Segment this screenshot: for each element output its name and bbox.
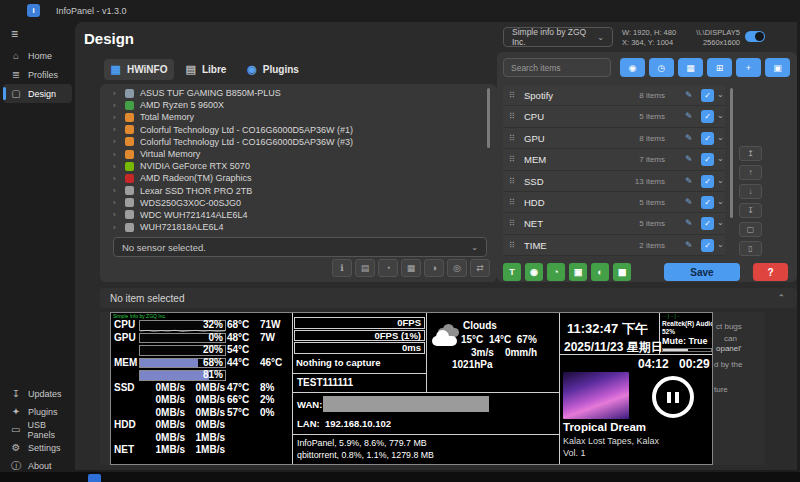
tree-row[interactable]: ›AMD Ryzen 5 9600X — [100, 99, 497, 111]
menu-icon[interactable]: ≡ — [11, 27, 18, 41]
chevron-down-icon[interactable]: ⌄ — [717, 133, 724, 142]
chevron-right-icon[interactable]: › — [113, 210, 119, 219]
move-down-button[interactable]: ↓ — [739, 184, 762, 199]
tree-scrollbar[interactable] — [487, 88, 490, 148]
chevron-down-icon[interactable]: ⌄ — [717, 90, 724, 99]
add-panel-button[interactable]: ⊞ — [707, 58, 732, 77]
drag-handle-icon[interactable]: ⠿ — [509, 177, 515, 186]
group-row-mem[interactable]: ⠿ MEM 7 items ✎ ✓ ⌄ — [503, 149, 725, 170]
tree-row[interactable]: ›Colorful Technology Ltd - CO16G6000D5AP… — [100, 124, 497, 136]
selection-bar[interactable]: No item selected ⌃ — [100, 288, 797, 308]
edit-icon[interactable]: ✎ — [685, 218, 693, 228]
chevron-right-icon[interactable]: › — [113, 137, 119, 146]
group-checkbox[interactable]: ✓ — [701, 175, 714, 188]
group-checkbox[interactable]: ✓ — [701, 153, 714, 166]
add-gauge-button[interactable]: ◔ — [547, 263, 565, 281]
panel-preview[interactable]: Simple Info by ZGQ Inc. CPU 32% 68°C 71W… — [110, 312, 713, 465]
add-table-button[interactable]: ▦ — [613, 263, 631, 281]
help-button[interactable]: ? — [753, 263, 788, 281]
edit-icon[interactable]: ✎ — [685, 133, 693, 143]
chevron-right-icon[interactable]: › — [113, 223, 119, 232]
sidebar-item-settings[interactable]: ⚙ Settings — [3, 438, 72, 457]
group-row-net[interactable]: ⠿ NET 5 items ✎ ✓ ⌄ — [503, 213, 725, 234]
profile-select[interactable]: Simple info by ZGQ Inc. ⌄ — [503, 27, 613, 47]
history-button[interactable]: ◷ — [649, 58, 674, 77]
tree-row[interactable]: ›AMD Radeon(TM) Graphics — [100, 172, 497, 184]
add-image-button[interactable]: ▣ — [569, 263, 587, 281]
add-text-button[interactable]: T — [503, 263, 521, 281]
sidebar-item-updates[interactable]: ↧ Updates — [3, 384, 72, 403]
tree-row[interactable]: ›ASUS TUF GAMING B850M-PLUS — [100, 87, 497, 99]
group-row-cpu[interactable]: ⠿ CPU 5 items ✎ ✓ ⌄ — [503, 106, 725, 127]
brush-button[interactable]: ◉ — [620, 58, 645, 77]
sidebar-item-profiles[interactable]: ≣ Profiles — [3, 65, 72, 84]
sensor-select[interactable]: No sensor selected. ⌄ — [113, 237, 487, 257]
chevron-down-icon[interactable]: ⌄ — [717, 176, 724, 185]
group-checkbox[interactable]: ✓ — [701, 110, 714, 123]
sidebar-item-home[interactable]: ⌂ Home — [3, 46, 72, 65]
bar-item-button[interactable]: ▦ — [401, 259, 421, 277]
group-checkbox[interactable]: ✓ — [701, 132, 714, 145]
tree-row[interactable]: ›Lexar SSD THOR PRO 2TB — [100, 185, 497, 197]
chevron-right-icon[interactable]: › — [113, 125, 119, 134]
drag-handle-icon[interactable]: ⠿ — [509, 219, 515, 228]
text-item-button[interactable]: ℹ — [332, 259, 352, 277]
edit-icon[interactable]: ✎ — [685, 111, 693, 121]
tree-row[interactable]: ›Colorful Technology Ltd - CO16G6000D5AP… — [100, 136, 497, 148]
chevron-right-icon[interactable]: › — [113, 150, 119, 159]
chevron-right-icon[interactable]: › — [113, 113, 119, 122]
drag-handle-icon[interactable]: ⠿ — [509, 241, 515, 250]
drag-handle-icon[interactable]: ⠿ — [509, 134, 515, 143]
chevron-right-icon[interactable]: › — [113, 101, 119, 110]
donut-item-button[interactable]: ◑ — [424, 259, 444, 277]
sensor-item-button[interactable]: ◎ — [447, 259, 467, 277]
tree-row[interactable]: ›WDS250G3X0C-00SJG0 — [100, 197, 497, 209]
chevron-down-icon[interactable]: ⌄ — [717, 218, 724, 227]
chevron-down-icon[interactable]: ⌄ — [717, 197, 724, 206]
add-clock-button[interactable]: ◉ — [525, 263, 543, 281]
group-checkbox[interactable]: ✓ — [701, 239, 714, 252]
graph-item-button[interactable]: ▤ — [355, 259, 375, 277]
group-row-hdd[interactable]: ⠿ HDD 5 items ✎ ✓ ⌄ — [503, 192, 725, 213]
swap-item-button[interactable]: ⇄ — [470, 259, 490, 277]
drag-handle-icon[interactable]: ⠿ — [509, 155, 515, 164]
sidebar-item-plugins[interactable]: ✦ Plugins — [3, 402, 72, 421]
save-button[interactable]: Save — [664, 263, 740, 281]
tree-row[interactable]: ›WDC WUH721414ALE6L4 — [100, 209, 497, 221]
gauge-item-button[interactable]: ◔ — [378, 259, 398, 277]
chevron-right-icon[interactable]: › — [113, 162, 119, 171]
tree-row[interactable]: ›NVIDIA GeForce RTX 5070 — [100, 160, 497, 172]
sidebar-item-design[interactable]: ▢ Design — [3, 84, 72, 103]
drag-handle-icon[interactable]: ⠿ — [509, 198, 515, 207]
move-bottom-button[interactable]: ↧ — [739, 203, 762, 218]
group-checkbox[interactable]: ✓ — [701, 196, 714, 209]
group-row-time[interactable]: ⠿ TIME 2 items ✎ ✓ ⌄ — [503, 235, 725, 256]
chevron-down-icon[interactable]: ⌄ — [717, 111, 724, 120]
group-row-gpu[interactable]: ⠿ GPU 8 items ✎ ✓ ⌄ — [503, 128, 725, 149]
edit-icon[interactable]: ✎ — [685, 154, 693, 164]
search-input[interactable] — [503, 58, 611, 77]
tree-row[interactable]: ›Total Memory — [100, 111, 497, 123]
duplicate-button[interactable]: ▢ — [739, 222, 762, 237]
tree-row[interactable]: ›WUH721818ALE6L4 — [100, 221, 497, 232]
group-row-ssd[interactable]: ⠿ SSD 13 items ✎ ✓ ⌄ — [503, 171, 725, 192]
edit-icon[interactable]: ✎ — [685, 90, 693, 100]
drag-handle-icon[interactable]: ⠿ — [509, 91, 515, 100]
tab-hwinfo[interactable]: ▦ HWiNFO — [104, 59, 174, 80]
tab-plugins[interactable]: ◉ Plugins — [238, 59, 308, 80]
group-checkbox[interactable]: ✓ — [701, 217, 714, 230]
delete-button[interactable]: ▯ — [739, 241, 762, 256]
edit-icon[interactable]: ✎ — [685, 240, 693, 250]
chevron-up-icon[interactable]: ⌃ — [777, 293, 797, 303]
chevron-right-icon[interactable]: › — [113, 186, 119, 195]
move-up-button[interactable]: ↑ — [739, 165, 762, 180]
edit-icon[interactable]: ✎ — [685, 176, 693, 186]
chevron-right-icon[interactable]: › — [113, 89, 119, 98]
sidebar-item-usb-panels[interactable]: ▭ USB Panels — [3, 420, 72, 439]
chevron-down-icon[interactable]: ⌄ — [717, 240, 724, 249]
group-row-spotify[interactable]: ⠿ Spotify 8 items ✎ ✓ ⌄ — [503, 85, 725, 106]
chevron-right-icon[interactable]: › — [113, 174, 119, 183]
folder-button[interactable]: ▣ — [765, 58, 790, 77]
tree-row[interactable]: ›Virtual Memory — [100, 148, 497, 160]
move-button[interactable]: + — [736, 58, 761, 77]
